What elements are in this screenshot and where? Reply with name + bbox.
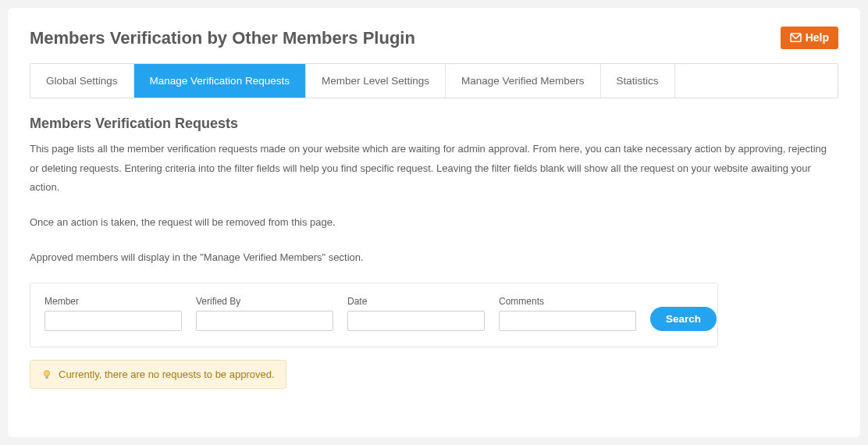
tip-text: Currently, there are no requests to be a… [59,368,275,380]
member-input[interactable] [44,311,182,331]
verified-by-field: Verified By [196,296,333,331]
header: Members Verification by Other Members Pl… [30,27,838,49]
date-field: Date [347,296,485,331]
desc-para-2: Once an action is taken, the request wil… [30,213,838,233]
tab-member-level-settings[interactable]: Member Level Settings [306,64,446,98]
member-field: Member [44,296,182,331]
mail-icon [790,33,802,43]
date-label: Date [347,296,485,307]
comments-input[interactable] [499,311,636,331]
tab-statistics[interactable]: Statistics [601,64,675,98]
verified-by-label: Verified By [196,296,333,307]
verified-by-input[interactable] [196,311,333,331]
lightbulb-icon [41,369,52,380]
admin-panel: Members Verification by Other Members Pl… [8,8,860,437]
tab-global-settings[interactable]: Global Settings [30,64,134,98]
svg-point-1 [44,371,49,376]
page-title: Members Verification by Other Members Pl… [30,28,415,48]
comments-label: Comments [499,296,636,307]
tabs: Global Settings Manage Verification Requ… [30,63,838,98]
comments-field: Comments [499,296,636,331]
svg-rect-2 [45,376,48,378]
empty-state-tip: Currently, there are no requests to be a… [30,360,286,389]
help-label: Help [806,31,829,44]
section-title: Members Verification Requests [30,116,838,132]
desc-para-1: This page lists all the member verificat… [30,140,838,198]
desc-para-3: Approved members will display in the "Ma… [30,248,838,268]
date-input[interactable] [347,311,485,331]
member-label: Member [44,296,182,307]
tab-manage-verified-members[interactable]: Manage Verified Members [446,64,601,98]
tab-manage-verification-requests[interactable]: Manage Verification Requests [134,64,306,98]
search-button[interactable]: Search [650,307,717,331]
filter-form: Member Verified By Date Comments Search [30,283,718,347]
section-description: This page lists all the member verificat… [30,140,838,267]
help-button[interactable]: Help [781,27,838,49]
tabs-filler [675,64,838,98]
